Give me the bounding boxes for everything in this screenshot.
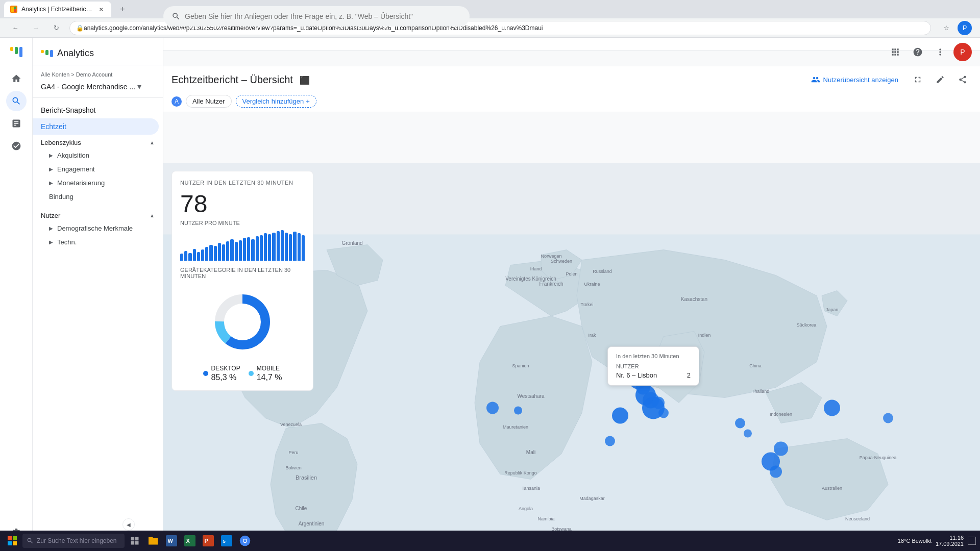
mobile-legend-content: MOBILE 14,7 % [257, 365, 282, 382]
desktop-label: DESKTOP [211, 365, 240, 372]
account-selector-container[interactable]: GA4 - Google Merchandise ... ▾ [33, 80, 163, 98]
nav-lifecycle-section[interactable]: Lebenszyklus ▲ [33, 135, 163, 148]
collapse-nav-button[interactable]: ◀ [122, 518, 135, 531]
svg-text:Indien: Indien [698, 333, 711, 338]
lock-icon: 🔒 [76, 24, 84, 32]
reload-button[interactable]: ↻ [49, 21, 63, 35]
svg-rect-1 [14, 7, 16, 9]
ga-logo [6, 42, 27, 62]
svg-point-49 [514, 407, 522, 415]
nav-acquisition[interactable]: ▶ Akquisition [33, 148, 159, 162]
taskbar-date: 17.09.2021 [936, 541, 964, 547]
share-report-icon[interactable] [953, 70, 972, 89]
show-desktop-button[interactable] [968, 537, 976, 545]
svg-rect-0 [11, 7, 14, 12]
svg-point-58 [735, 418, 745, 429]
bar-chart-bar [277, 231, 280, 261]
svg-rect-68 [8, 541, 12, 545]
account-selector[interactable]: GA4 - Google Merchandise ... ▾ [41, 82, 155, 91]
svg-text:Kasachstan: Kasachstan [681, 296, 707, 302]
bar-chart-bar [272, 233, 275, 261]
content-header: P Echtzeitbericht – Übersicht ⬛ Nutzerüb… [163, 38, 980, 51]
new-tab-button[interactable]: + [115, 2, 130, 16]
forward-button[interactable]: → [29, 21, 43, 35]
users-per-min-label: NUTZER PRO MINUTE [180, 220, 305, 226]
svg-text:Spanien: Spanien [512, 363, 529, 368]
svg-text:X: X [186, 538, 190, 544]
bar-chart-bar [251, 239, 254, 261]
all-users-filter[interactable]: Alle Nutzer [186, 95, 232, 108]
sidebar-search-icon[interactable] [6, 91, 27, 111]
svg-text:Türkei: Türkei [580, 302, 593, 307]
taskbar-word[interactable]: W [163, 533, 180, 549]
tab-close-button[interactable]: ✕ [97, 5, 105, 13]
nav-monetization[interactable]: ▶ Monetarisierung [33, 176, 159, 190]
taskbar-time-area: 11:16 17.09.2021 [936, 535, 964, 547]
svg-text:W: W [167, 538, 173, 544]
bar-chart-bar [193, 249, 196, 261]
profile-icon[interactable]: P [958, 21, 972, 35]
breadcrumb-demo[interactable]: Demo Account [76, 71, 113, 78]
svg-text:Tansania: Tansania [522, 486, 540, 491]
svg-text:Vereinigtes Königreich: Vereinigtes Königreich [505, 276, 556, 282]
share-icon[interactable]: ⬛ [300, 76, 310, 85]
apps-grid-icon[interactable] [886, 43, 904, 61]
tab-title: Analytics | Echtzeitbericht – Üb... [21, 6, 93, 13]
add-icon: + [306, 97, 310, 105]
sidebar-home-icon[interactable] [6, 68, 27, 89]
nav-users-section[interactable]: Nutzer ▲ [33, 208, 163, 221]
nav-snapshot[interactable]: Bericht-Snapshot [33, 102, 159, 118]
nav-demographics[interactable]: ▶ Demografische Merkmale [33, 221, 159, 235]
bookmark-icon[interactable]: ☆ [937, 19, 955, 37]
device-label: GERÄTEKATEGORIE IN DEN LETZTEN 30 MINUTE… [180, 267, 305, 279]
bar-chart-bar [230, 239, 233, 261]
mobile-pct: 14,7 % [257, 373, 282, 382]
page-actions: Nutzerübersicht anzeigen [805, 70, 972, 89]
sidebar-explore-icon[interactable] [6, 136, 27, 156]
sidebar-reports-icon[interactable] [6, 113, 27, 134]
nav-tech[interactable]: ▶ Techn. [33, 235, 159, 249]
app-name-label: Analytics [57, 48, 94, 59]
add-comparison-btn[interactable]: Vergleich hinzufügen + [236, 95, 316, 108]
svg-point-80 [243, 539, 247, 542]
browser-tab[interactable]: Analytics | Echtzeitbericht – Üb... ✕ [4, 2, 111, 17]
svg-point-65 [605, 436, 615, 446]
taskbar-unknown1[interactable]: 5 [218, 533, 235, 549]
svg-text:Norwegen: Norwegen [541, 254, 561, 259]
taskbar-powerpoint[interactable]: P [200, 533, 216, 549]
nav-engagement[interactable]: ▶ Engagement [33, 162, 159, 176]
task-view-button[interactable] [127, 533, 143, 549]
desktop-pct: 85,3 % [211, 373, 240, 382]
bar-chart-bar [197, 252, 200, 261]
svg-rect-2 [14, 9, 16, 12]
svg-text:Irak: Irak [588, 333, 596, 338]
taskbar-search[interactable]: Zur Suche Text hier eingeben [22, 534, 125, 548]
view-users-btn[interactable]: Nutzerübersicht anzeigen [805, 72, 904, 87]
page-title-text: Echtzeitbericht – Übersicht [172, 74, 293, 85]
taskbar-excel[interactable]: X [182, 533, 198, 549]
mobile-legend: MOBILE 14,7 % [249, 365, 282, 382]
taskbar-weather: 18°C Bewölkt [898, 538, 932, 544]
edit-icon[interactable] [931, 70, 949, 89]
windows-start-button[interactable] [4, 533, 20, 549]
svg-point-63 [824, 400, 840, 416]
nav-realtime[interactable]: Echtzeit [33, 118, 159, 135]
fullscreen-icon[interactable] [909, 70, 927, 89]
bar-chart-bar [289, 234, 292, 261]
svg-text:Thailand: Thailand [752, 389, 770, 394]
header-right: P [886, 43, 972, 61]
nav-expand-demographics: ▶ [49, 226, 53, 231]
back-button[interactable]: ← [8, 21, 22, 35]
all-users-label: Alle Nutzer [192, 97, 225, 105]
help-icon[interactable] [909, 43, 927, 61]
svg-text:Madagaskar: Madagaskar [579, 496, 605, 501]
taskbar-file-explorer[interactable] [145, 533, 161, 549]
nav-binding[interactable]: Bindung [33, 190, 159, 204]
svg-text:Ukraine: Ukraine [584, 282, 600, 287]
more-vert-icon[interactable] [931, 43, 949, 61]
breadcrumb-all-accounts[interactable]: Alle Konten [41, 71, 69, 78]
nav-monetization-label: Monetarisierung [57, 179, 105, 187]
taskbar-chrome[interactable] [237, 533, 253, 549]
user-avatar[interactable]: P [953, 43, 972, 61]
bar-chart-bar [226, 241, 229, 261]
